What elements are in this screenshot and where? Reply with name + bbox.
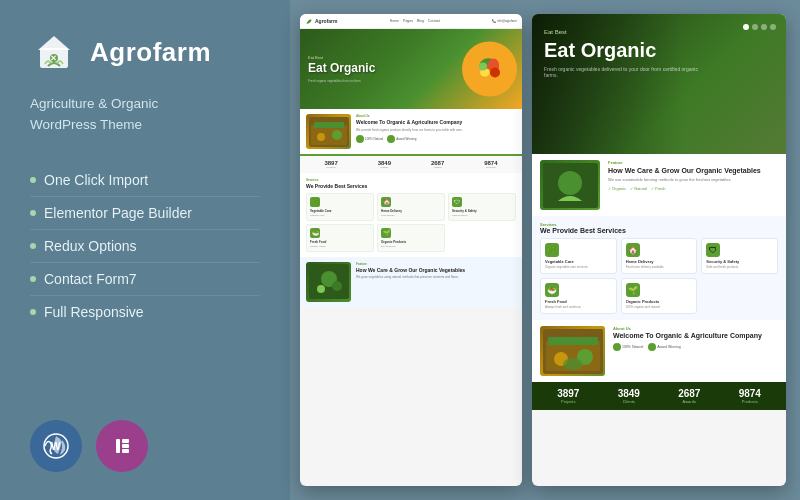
service-text-0: Organic care <box>310 214 370 217</box>
services-title: We Provide Best Services <box>306 183 516 190</box>
srv-right-text-2: Safe and fresh products <box>706 265 773 269</box>
feature-dot <box>30 243 36 249</box>
mini-hero-right: Eat Best Eat Organic Fresh organic veget… <box>532 14 786 154</box>
stat-2: 2687 Awards <box>413 160 463 169</box>
stat-right-label-3: Products <box>722 399 779 404</box>
feature-responsive: Full Responsive <box>30 296 260 328</box>
srv-right-text-4: 100% organic and natural <box>626 305 693 309</box>
mini-care-content: Feature How We Care & Grow Our Organic V… <box>356 262 516 302</box>
service-title-2: Security & Safety <box>452 209 512 213</box>
stat-label: Clients <box>359 166 409 169</box>
mini-care-image <box>306 262 351 302</box>
left-panel: ✕ Agrofarm Agriculture & Organic WordPre… <box>0 0 290 500</box>
srv-right-icon-3: 🥗 <box>545 283 559 297</box>
feature-dot <box>30 210 36 216</box>
feature-redux: Redux Options <box>30 230 260 263</box>
mini-hero: Eat Best Eat Organic Fresh organic veget… <box>300 29 522 109</box>
hero-right-content: Eat Best Eat Organic Fresh organic veget… <box>532 14 786 93</box>
features-list: One Click Import Elementor Page Builder … <box>30 164 260 328</box>
service-icon-0: 🌿 <box>310 197 320 207</box>
mini-veggie-circle <box>462 42 517 97</box>
feature-elementor: Elementor Page Builder <box>30 197 260 230</box>
service-title-1: Home Delivery <box>381 209 441 213</box>
mini-about-content: About Us Welcome To Organic & Agricultur… <box>356 114 516 149</box>
care-right-content: Feature How We Care & Grow Our Organic V… <box>608 160 778 210</box>
badge-natural-icon <box>356 135 364 143</box>
badge-natural: 100% Natural <box>356 135 383 143</box>
stat-right-label-2: Awards <box>661 399 718 404</box>
srv-right-2: 🛡 Security & Safety Safe and fresh produ… <box>701 238 778 274</box>
about-tag: About Us <box>356 114 516 118</box>
mini-logo-text: Agrofarm <box>315 18 338 24</box>
care-title: How We Care & Grow Our Organic Vegetable… <box>356 267 516 274</box>
about-right-title: Welcome To Organic & Agriculture Company <box>613 331 778 340</box>
svg-point-20 <box>332 130 342 140</box>
feature-dot <box>30 276 36 282</box>
about-text: We provide fresh organic produce directl… <box>356 128 516 132</box>
agrofarm-logo-icon: ✕ <box>30 28 78 76</box>
svg-text:W: W <box>51 441 61 452</box>
services-right: Services We Provide Best Services 🌿 Vege… <box>532 216 786 320</box>
care-tag: Feature <box>356 262 516 266</box>
care-right-image <box>540 160 600 210</box>
hero-right-title: Eat Organic <box>544 39 774 61</box>
services-right-title: We Provide Best Services <box>540 227 778 234</box>
care-right-title: How We Care & Grow Our Organic Vegetable… <box>608 166 778 175</box>
stat-right-2: 2687 Awards <box>661 388 718 404</box>
feature-label: Redux Options <box>44 238 137 254</box>
feature-dot <box>30 177 36 183</box>
about-title: Welcome To Organic & Agriculture Company <box>356 119 516 126</box>
service-card-1: 🏠 Home Delivery Fast delivery <box>377 193 445 221</box>
service-text-4: Eco products <box>381 245 441 248</box>
srv-right-title-3: Fresh Food <box>545 299 612 304</box>
badge-award-icon-right <box>648 343 656 351</box>
mini-contact: 📞 info@agrofarm <box>492 19 517 23</box>
svg-point-24 <box>332 281 342 291</box>
svg-point-26 <box>558 171 582 195</box>
feature-one-click: One Click Import <box>30 164 260 197</box>
srv-right-icon-1: 🏠 <box>626 243 640 257</box>
badge-award: Award Winning <box>387 135 416 143</box>
service-text-3: Healthy meals <box>310 245 370 248</box>
stat-right-num-2: 2687 <box>661 388 718 399</box>
srv-right-title-4: Organic Products <box>626 299 693 304</box>
feature-dot <box>30 309 36 315</box>
hero-right-text: Fresh organic vegetables delivered to yo… <box>544 66 704 78</box>
badges-area: W <box>30 420 260 472</box>
svg-point-14 <box>490 68 500 78</box>
svg-point-15 <box>479 63 487 71</box>
svg-rect-9 <box>122 449 129 453</box>
mini-hero-title: Eat Organic <box>308 62 375 75</box>
mini-care: Feature How We Care & Grow Our Organic V… <box>300 257 522 307</box>
right-panel: Agrofarm Home Pages Blog Contact 📞 info@… <box>290 0 800 500</box>
stat-right-num-1: 3849 <box>601 388 658 399</box>
svg-point-32 <box>563 358 583 370</box>
wordpress-badge: W <box>30 420 82 472</box>
stat-right-1: 3849 Clients <box>601 388 658 404</box>
mini-about-image <box>306 114 351 149</box>
srv-right-4: 🌱 Organic Products 100% organic and natu… <box>621 278 698 314</box>
service-icon-1: 🏠 <box>381 197 391 207</box>
svg-rect-7 <box>122 439 129 443</box>
feature-label: Full Responsive <box>44 304 144 320</box>
srv-right-title-0: Vegetable Care <box>545 259 612 264</box>
stat-right-0: 3897 Projects <box>540 388 597 404</box>
service-card-4: 🌱 Organic Products Eco products <box>377 224 445 252</box>
care-right-tag: Feature <box>608 160 778 165</box>
srv-right-text-0: Organic vegetable care services <box>545 265 612 269</box>
stat-label: Awards <box>413 166 463 169</box>
about-right-image <box>540 326 605 376</box>
feature-contact-form: Contact Form7 <box>30 263 260 296</box>
check-3: ✓ Fresh <box>651 186 665 191</box>
svg-rect-18 <box>314 122 344 128</box>
stat-right-num-3: 9874 <box>722 388 779 399</box>
mini-badges: 100% Natural Award Winning <box>356 135 516 143</box>
about-badge-award: Award Winning <box>648 343 680 351</box>
service-text-1: Fast delivery <box>381 214 441 217</box>
feature-label: Elementor Page Builder <box>44 205 192 221</box>
service-icon-3: 🥗 <box>310 228 320 238</box>
about-badge-natural: 100% Natural <box>613 343 643 351</box>
mini-hero-desc: Fresh organic vegetables from our farm <box>308 79 375 83</box>
srv-right-0: 🌿 Vegetable Care Organic vegetable care … <box>540 238 617 274</box>
srv-right-3: 🥗 Fresh Food Always fresh and nutritious <box>540 278 617 314</box>
